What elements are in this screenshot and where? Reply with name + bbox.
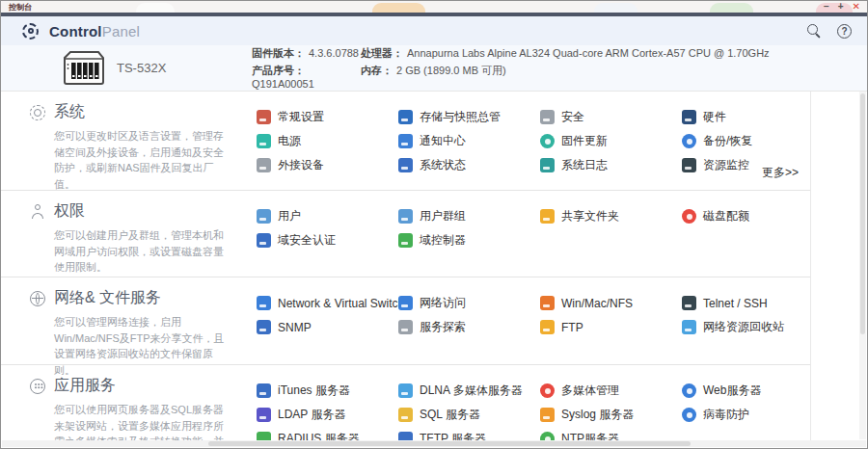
item-network-recycle-bin[interactable]: 网络资源回收站 [682,315,811,339]
item-itunes-server[interactable]: iTunes 服务器 [257,379,398,403]
network-recycle-bin-icon [682,320,696,334]
section-network: 网络& 文件服务您可以管理网络连接，启用Win/Mac/NFS及FTP来分享文件… [1,277,810,365]
more-link[interactable]: 更多>> [762,165,799,181]
users-icon [257,209,271,224]
item-antivirus[interactable]: 病毒防护 [682,403,811,427]
window-titlebar: 控制台 − + ✕ [1,1,867,13]
item-firmware-update[interactable]: 固件更新 [540,129,682,153]
win-mac-nfs-icon [540,296,555,310]
section-description: 您可以使用网页服务器及SQL服务器来架设网站，设置多媒体应用程序所需之多媒体索引… [54,402,228,440]
help-icon[interactable]: ? [837,24,852,39]
horizontal-scrollbar [2,440,866,447]
domain-security-icon [257,233,271,248]
processor: 处理器：Annapurna Labs Alpine AL324 Quad-cor… [361,46,770,61]
item-backup-restore[interactable]: 备份/恢复 [682,129,811,153]
item-label: 通知中心 [420,133,466,149]
shared-folders-icon [540,209,555,224]
item-label: 域控制器 [420,232,466,249]
vertical-scrollbar-thumb[interactable] [860,93,865,334]
serial-number: 产品序号：Q191A00051 [252,64,361,90]
item-snmp[interactable]: SNMP [257,315,398,339]
item-quota[interactable]: 磁盘配额 [682,204,811,228]
item-external-device[interactable]: 外接设备 [257,153,398,177]
item-label: 用户 [278,208,301,224]
item-ntp-server[interactable]: NTP服务器 [540,427,682,440]
item-storage-snapshots[interactable]: 存储与快照总管 [398,105,540,129]
item-web-server[interactable]: Web服务器 [682,379,811,403]
item-label: DLNA 多媒体服务器 [420,383,523,399]
item-label: Network & Virtual Switch [278,297,404,310]
item-user-groups[interactable]: 用户群组 [398,204,540,228]
item-label: 共享文件夹 [561,208,619,224]
search-icon[interactable] [806,23,823,40]
tftp-server-icon [398,432,413,440]
app-title: ControlPanel [49,23,140,40]
item-telnet-ssh[interactable]: Telnet / SSH [682,291,811,315]
control-panel-window: 控制台 − + ✕ ControlPanel ? [0,0,868,449]
section-apps-items: iTunes 服务器DLNA 多媒体服务器多媒体管理Web服务器LDAP 服务器… [257,376,811,440]
snmp-icon [257,320,271,334]
item-shared-folders[interactable]: 共享文件夹 [540,204,682,228]
item-service-discovery[interactable]: 服务探索 [398,315,540,339]
item-label: 常规设置 [278,109,324,125]
section-title: 网络& 文件服务 [54,288,161,308]
sql-server-icon [398,408,413,422]
item-dlna-media-server[interactable]: DLNA 多媒体服务器 [398,379,540,403]
close-icon[interactable]: ✕ [853,1,860,13]
radius-server-icon [257,432,271,440]
item-label: 备份/恢复 [703,133,752,149]
item-hardware[interactable]: 硬件 [682,105,811,129]
item-system-logs[interactable]: 系统日志 [540,153,682,177]
item-label: 网络资源回收站 [703,319,784,335]
item-users[interactable]: 用户 [257,204,398,228]
section-privilege: 权限您可以创建用户及群组，管理本机和网域用户访问权限，或设置磁盘容量使用限制。用… [1,191,810,277]
security-icon [540,110,555,124]
section-apps-header: 应用服务您可以使用网页服务器及SQL服务器来架设网站，设置多媒体应用程序所需之多… [30,376,228,440]
item-domain-security[interactable]: 域安全认证 [257,228,398,252]
item-label: Win/Mac/NFS [561,297,633,310]
item-system-status[interactable]: 系统状态 [398,153,540,177]
device-info-band: TS-532X 固件版本：4.3.6.0788 处理器：Annapurna La… [1,45,867,92]
control-panel-gear-icon [22,23,39,40]
item-ldap-server[interactable]: LDAP 服务器 [257,403,398,427]
item-ftp[interactable]: FTP [540,315,682,339]
item-tftp-server[interactable]: TFTP 服务器 [398,427,540,440]
section-system: 系统您可以更改时区及语言设置，管理存储空间及外接设备，启用通知及安全防护，或刷新… [1,92,810,191]
item-label: 硬件 [703,109,726,125]
minimize-icon[interactable]: − [824,1,829,13]
item-general-settings[interactable]: 常规设置 [257,105,398,129]
device-info-grid: 固件版本：4.3.6.0788 处理器：Annapurna Labs Alpin… [252,46,770,90]
item-network-virtual-switch[interactable]: Network & Virtual Switch [257,291,398,315]
external-device-icon [257,158,271,172]
memory: 内存：2 GB (1899.0 MB 可用) [361,64,770,90]
section-apps: 应用服务您可以使用网页服务器及SQL服务器来架设网站，设置多媒体应用程序所需之多… [1,365,810,440]
item-label: 多媒体管理 [561,383,619,399]
sections-container: 系统您可以更改时区及语言设置，管理存储空间及外接设备，启用通知及安全防护，或刷新… [1,92,811,440]
maximize-icon[interactable]: + [838,1,844,13]
section-description: 您可以更改时区及语言设置，管理存储空间及外接设备，启用通知及安全防护，或刷新NA… [54,128,228,192]
telnet-ssh-icon [682,296,696,310]
vertical-scrollbar [859,92,866,439]
section-title: 系统 [54,102,85,122]
item-sql-server[interactable]: SQL 服务器 [398,403,540,427]
item-security[interactable]: 安全 [540,105,682,129]
item-power[interactable]: 电源 [257,129,398,153]
storage-snapshots-icon [398,110,413,124]
horizontal-scrollbar-thumb[interactable] [208,441,691,446]
item-domain-controller[interactable]: 域控制器 [398,228,540,252]
item-syslog-server[interactable]: Syslog 服务器 [540,403,682,427]
desktop-blob [372,3,425,13]
syslog-server-icon [540,408,555,422]
item-network-access[interactable]: 网络访问 [398,291,540,315]
hardware-icon [682,110,696,124]
item-multimedia-management[interactable]: 多媒体管理 [540,379,682,403]
item-radius-server[interactable]: RADIUS 服务器 [257,427,398,440]
network-access-icon [398,296,413,310]
device-model: TS-532X [117,61,167,75]
item-label: 固件更新 [561,133,608,149]
item-notification-center[interactable]: 通知中心 [398,129,540,153]
section-privilege-items: 用户用户群组共享文件夹磁盘配额域安全认证域控制器 [257,201,811,277]
firmware-update-icon [540,134,555,148]
section-system-header: 系统您可以更改时区及语言设置，管理存储空间及外接设备，启用通知及安全防护，或刷新… [30,102,228,190]
item-win-mac-nfs[interactable]: Win/Mac/NFS [540,291,682,315]
